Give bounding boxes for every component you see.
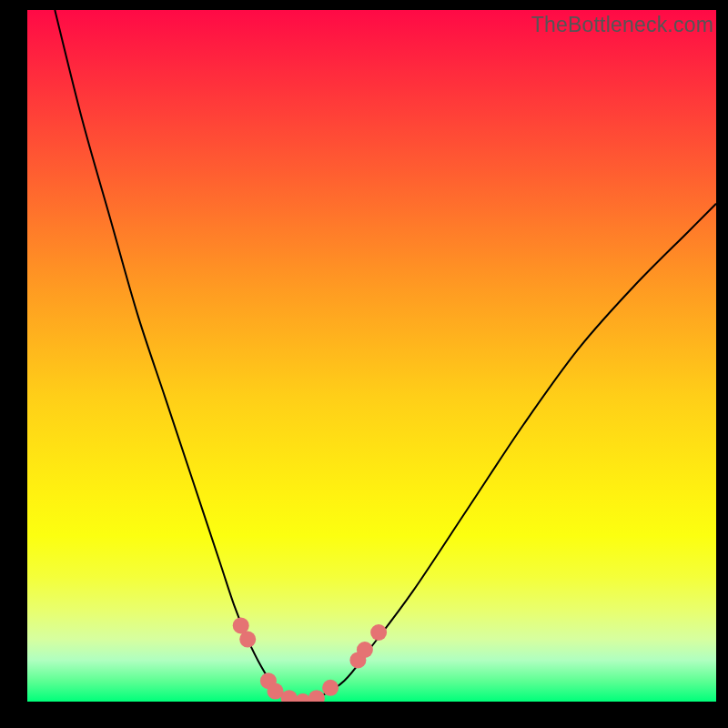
chart-stage: TheBottleneck.com	[0, 0, 728, 728]
curve-layer	[27, 10, 716, 702]
marker-dot	[322, 680, 339, 696]
watermark-text: TheBottleneck.com	[531, 13, 713, 37]
marker-dot	[370, 624, 387, 641]
marker-dot	[357, 642, 373, 658]
highlight-markers	[233, 617, 387, 702]
marker-dot	[308, 690, 325, 702]
plot-area	[27, 10, 716, 702]
curve-path	[55, 10, 716, 702]
marker-dot	[239, 632, 256, 648]
bottleneck-curve	[55, 10, 716, 702]
